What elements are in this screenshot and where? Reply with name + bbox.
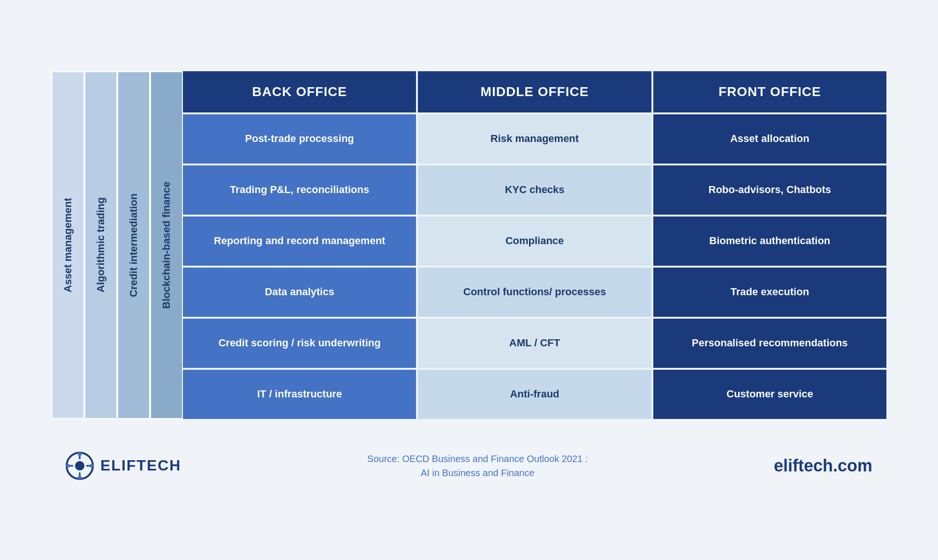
svg-point-8 bbox=[78, 476, 82, 479]
footer: ELIFTECH Source: OECD Business and Finan… bbox=[52, 442, 886, 489]
cell-it-infrastructure: IT / infrastructure bbox=[183, 370, 416, 419]
cell-credit-scoring: Credit scoring / risk underwriting bbox=[183, 319, 416, 368]
table-row: Post-trade processing Risk management As… bbox=[183, 114, 886, 164]
cell-reporting: Reporting and record management bbox=[183, 217, 416, 266]
cell-trade-execution: Trade execution bbox=[653, 268, 886, 317]
svg-point-1 bbox=[75, 461, 84, 470]
cell-aml-cft: AML / CFT bbox=[418, 319, 651, 368]
cell-risk-management: Risk management bbox=[418, 114, 651, 164]
source-text: Source: OECD Business and Finance Outloo… bbox=[367, 452, 588, 480]
cell-asset-allocation: Asset allocation bbox=[653, 114, 886, 164]
table-row: Credit scoring / risk underwriting AML /… bbox=[183, 319, 886, 368]
vertical-label-credit-intermediation: Credit intermediation bbox=[117, 71, 150, 419]
cell-trading-pl: Trading P&L, reconciliations bbox=[183, 165, 416, 215]
table-row: Reporting and record management Complian… bbox=[183, 217, 886, 266]
vertical-labels: Asset management Algorithmic trading Cre… bbox=[52, 71, 183, 419]
header-row: BACK OFFICE MIDDLE OFFICE FRONT OFFICE bbox=[183, 71, 886, 112]
cell-personalised-recommendations: Personalised recommendations bbox=[653, 319, 886, 368]
logo-text: ELIFTECH bbox=[100, 457, 181, 474]
website-text: eliftech.com bbox=[774, 456, 872, 476]
table-row: Data analytics Control functions/ proces… bbox=[183, 268, 886, 317]
main-grid: BACK OFFICE MIDDLE OFFICE FRONT OFFICE P… bbox=[183, 71, 886, 419]
svg-point-6 bbox=[78, 452, 82, 456]
page-wrapper: Asset management Algorithmic trading Cre… bbox=[23, 71, 915, 489]
cell-post-trade: Post-trade processing bbox=[183, 114, 416, 164]
svg-point-9 bbox=[66, 464, 70, 468]
table-row: IT / infrastructure Anti-fraud Customer … bbox=[183, 370, 886, 419]
svg-point-7 bbox=[90, 464, 93, 468]
cell-data-analytics: Data analytics bbox=[183, 268, 416, 317]
data-rows: Post-trade processing Risk management As… bbox=[183, 114, 886, 419]
cell-robo-advisors: Robo-advisors, Chatbots bbox=[653, 165, 886, 215]
table-container: Asset management Algorithmic trading Cre… bbox=[52, 71, 886, 419]
source-line2: AI in Business and Finance bbox=[367, 466, 588, 480]
source-line1: Source: OECD Business and Finance Outloo… bbox=[367, 452, 588, 466]
header-back-office: BACK OFFICE bbox=[183, 71, 416, 112]
header-middle-office: MIDDLE OFFICE bbox=[418, 71, 651, 112]
cell-compliance: Compliance bbox=[418, 217, 651, 266]
table-row: Trading P&L, reconciliations KYC checks … bbox=[183, 165, 886, 215]
eliftech-logo-icon bbox=[66, 452, 94, 480]
cell-biometric-auth: Biometric authentication bbox=[653, 217, 886, 266]
cell-kyc-checks: KYC checks bbox=[418, 165, 651, 215]
header-front-office: FRONT OFFICE bbox=[653, 71, 886, 112]
vertical-label-blockchain-finance: Blockchain-based finance bbox=[150, 71, 183, 419]
logo-area: ELIFTECH bbox=[66, 452, 181, 480]
vertical-label-asset-management: Asset management bbox=[52, 71, 84, 419]
cell-anti-fraud: Anti-fraud bbox=[418, 370, 651, 419]
cell-control-functions: Control functions/ processes bbox=[418, 268, 651, 317]
cell-customer-service: Customer service bbox=[653, 370, 886, 419]
vertical-label-algorithmic-trading: Algorithmic trading bbox=[84, 71, 117, 419]
